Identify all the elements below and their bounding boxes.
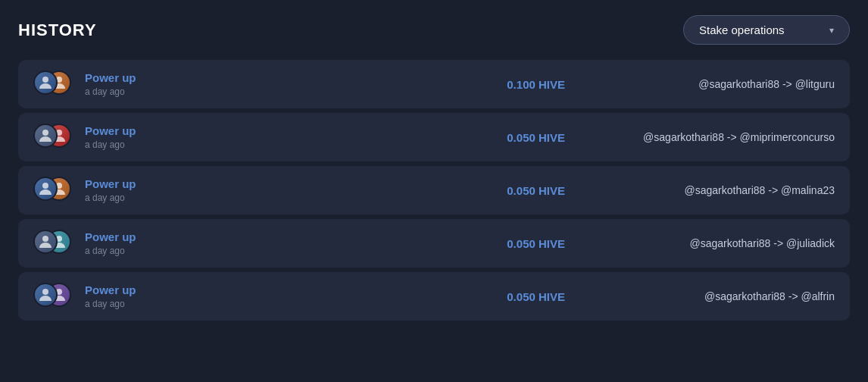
avatar-sender bbox=[33, 70, 58, 95]
history-row[interactable]: Power up a day ago 0.100 HIVE @sagarkoth… bbox=[18, 60, 850, 108]
operation-time: a day ago bbox=[85, 86, 176, 97]
history-row[interactable]: Power up a day ago 0.050 HIVE @sagarkoth… bbox=[18, 113, 850, 161]
operation-transfer: @sagarkothari88 -> @miprimerconcurso bbox=[577, 131, 835, 143]
svg-point-6 bbox=[42, 236, 48, 242]
avatar-sender bbox=[33, 283, 58, 307]
operation-amount: 0.050 HIVE bbox=[467, 237, 565, 250]
svg-point-0 bbox=[42, 77, 48, 83]
avatar-group bbox=[33, 283, 73, 310]
svg-point-4 bbox=[42, 183, 48, 189]
item-info: Power up a day ago bbox=[85, 124, 176, 150]
operation-amount: 0.050 HIVE bbox=[467, 184, 565, 197]
operation-time: a day ago bbox=[85, 193, 176, 203]
page-title: HISTORY bbox=[18, 20, 97, 40]
page-header: HISTORY Stake operations ▾ bbox=[18, 15, 850, 45]
operation-time: a day ago bbox=[85, 139, 176, 150]
history-row[interactable]: Power up a day ago 0.050 HIVE @sagarkoth… bbox=[18, 219, 850, 268]
operation-type: Power up bbox=[85, 124, 176, 137]
operation-transfer: @sagarkothari88 -> @alfrin bbox=[577, 290, 835, 302]
operation-time: a day ago bbox=[85, 246, 176, 256]
operation-transfer: @sagarkothari88 -> @juliadick bbox=[577, 237, 835, 249]
operation-type: Power up bbox=[85, 71, 176, 84]
operation-type: Power up bbox=[85, 230, 176, 243]
svg-point-2 bbox=[42, 130, 48, 136]
avatar-sender bbox=[33, 124, 58, 148]
avatar-group bbox=[33, 124, 73, 151]
history-row[interactable]: Power up a day ago 0.050 HIVE @sagarkoth… bbox=[18, 166, 850, 214]
avatar-sender bbox=[33, 230, 58, 254]
operation-time: a day ago bbox=[85, 299, 176, 309]
dropdown-label: Stake operations bbox=[699, 23, 785, 36]
operation-amount: 0.050 HIVE bbox=[467, 131, 565, 144]
chevron-down-icon: ▾ bbox=[829, 25, 834, 36]
avatar-group bbox=[33, 177, 73, 204]
operation-type: Power up bbox=[85, 283, 176, 296]
operation-transfer: @sagarkothari88 -> @malina23 bbox=[577, 184, 835, 196]
item-info: Power up a day ago bbox=[85, 71, 176, 97]
avatar-group bbox=[33, 70, 73, 98]
history-row[interactable]: Power up a day ago 0.050 HIVE @sagarkoth… bbox=[18, 272, 850, 321]
operation-amount: 0.100 HIVE bbox=[467, 78, 565, 91]
item-info: Power up a day ago bbox=[85, 177, 176, 203]
avatar-sender bbox=[33, 177, 58, 201]
history-list: Power up a day ago 0.100 HIVE @sagarkoth… bbox=[18, 60, 850, 321]
operation-transfer: @sagarkothari88 -> @litguru bbox=[577, 78, 835, 90]
filter-dropdown[interactable]: Stake operations ▾ bbox=[683, 15, 850, 45]
svg-point-8 bbox=[42, 289, 48, 295]
item-info: Power up a day ago bbox=[85, 230, 176, 256]
operation-amount: 0.050 HIVE bbox=[467, 290, 565, 303]
operation-type: Power up bbox=[85, 177, 176, 190]
avatar-group bbox=[33, 230, 73, 257]
item-info: Power up a day ago bbox=[85, 283, 176, 309]
